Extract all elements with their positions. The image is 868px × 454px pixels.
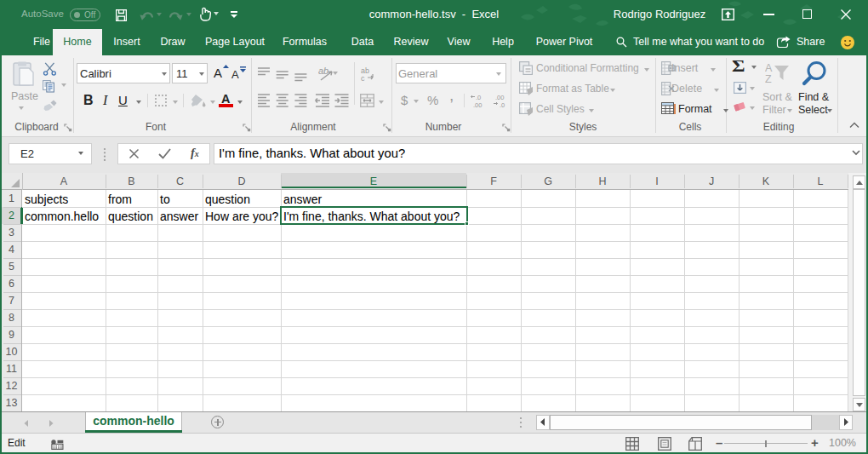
svg-text:c: c — [361, 74, 365, 82]
svg-text:ab: ab — [318, 66, 328, 76]
svg-text:A: A — [765, 62, 773, 74]
svg-text:Z: Z — [765, 73, 772, 85]
svg-text:.00: .00 — [473, 101, 482, 108]
svg-text:.0: .0 — [500, 101, 505, 108]
